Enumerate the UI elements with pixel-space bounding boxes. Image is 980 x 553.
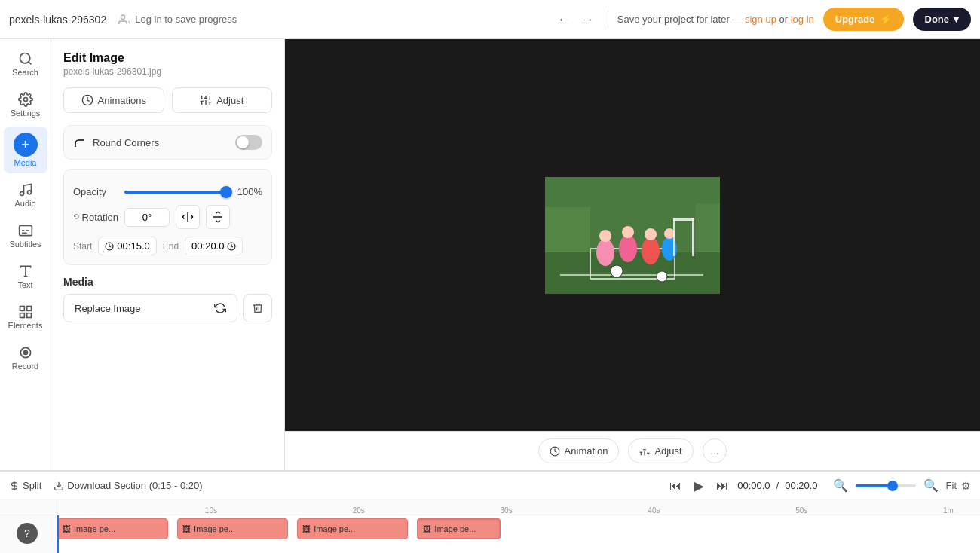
- track-item-active[interactable]: 🖼 Image pe...: [417, 518, 500, 539]
- delete-button[interactable]: [243, 294, 272, 322]
- timeline-settings-icon[interactable]: ⚙: [961, 480, 971, 492]
- animation-label: Animation: [565, 445, 608, 457]
- start-time-icon: [105, 242, 114, 251]
- trash-icon: [252, 302, 264, 314]
- text-icon: [18, 264, 33, 279]
- main-content: Search Settings + Media Audio Subtitles …: [0, 39, 980, 470]
- ruler-spacer: [0, 500, 57, 515]
- sidebar-item-elements[interactable]: Elements: [4, 298, 47, 336]
- split-icon: [9, 481, 20, 491]
- subtitles-icon: [18, 223, 33, 238]
- track-item[interactable]: 🖼 Image pe...: [297, 518, 408, 539]
- timeline-body: 10s 20s 30s 40s 50s 1m 🖼 Image pe... 🖼 I…: [0, 500, 980, 553]
- svg-point-4: [20, 192, 23, 196]
- track-item[interactable]: 🖼 Image pe...: [177, 518, 288, 539]
- zoom-slider[interactable]: [856, 484, 916, 487]
- help-button[interactable]: ?: [17, 523, 38, 544]
- canvas-area: Animation Adjust ...: [285, 39, 980, 470]
- svg-line-2: [28, 62, 31, 65]
- upgrade-button[interactable]: Upgrade ⚡: [823, 8, 904, 31]
- play-button[interactable]: ▶: [691, 475, 707, 497]
- log-in-link[interactable]: log in: [791, 14, 814, 25]
- end-time-icon: [227, 242, 236, 251]
- save-project-text: Save your project for later — sign up or…: [617, 14, 814, 25]
- opacity-slider[interactable]: [124, 191, 229, 194]
- track-item[interactable]: 🖼 Image pe...: [57, 518, 168, 539]
- sidebar-item-text[interactable]: Text: [4, 258, 47, 295]
- done-label: Done: [925, 14, 950, 25]
- more-options-button[interactable]: ...: [703, 438, 727, 463]
- end-input[interactable]: 00:20.0: [185, 237, 243, 255]
- track-item-icon: 🖼: [63, 524, 71, 533]
- flip-horizontal-button[interactable]: [176, 205, 200, 229]
- svg-rect-46: [673, 218, 694, 221]
- topbar-divider: [608, 11, 608, 29]
- edit-panel: Edit Image pexels-lukas-296301.jpg Anima…: [51, 39, 285, 470]
- flip-vertical-button[interactable]: [206, 205, 230, 229]
- skip-back-button[interactable]: ⏮: [666, 476, 684, 496]
- animation-icon: [550, 446, 560, 457]
- end-label: End: [163, 241, 179, 252]
- svg-point-43: [657, 271, 667, 282]
- tab-row: Animations Adjust: [63, 87, 272, 113]
- no-save-icon: [118, 14, 130, 26]
- sidebar-item-subtitles[interactable]: Subtitles: [4, 217, 47, 255]
- zoom-in-button[interactable]: 🔍: [920, 475, 942, 496]
- fit-button[interactable]: Fit: [946, 480, 957, 491]
- track-item-label: Image pe...: [194, 524, 235, 533]
- start-value: 00:15.0: [117, 240, 149, 252]
- download-section-action[interactable]: Download Section (0:15 - 0:20): [54, 480, 202, 491]
- svg-point-0: [121, 15, 125, 19]
- audio-icon: [18, 182, 33, 197]
- sidebar-item-audio[interactable]: Audio: [4, 176, 47, 214]
- rotation-label: Rotation: [73, 212, 118, 223]
- zoom-out-button[interactable]: 🔍: [830, 475, 851, 496]
- sidebar-item-settings[interactable]: Settings: [4, 86, 47, 124]
- done-button[interactable]: Done ▾: [913, 8, 972, 31]
- timeline-cursor: [57, 515, 59, 553]
- record-icon: [18, 345, 33, 360]
- undo-button[interactable]: ←: [553, 8, 574, 31]
- rotation-icon: [73, 212, 79, 222]
- redo-button[interactable]: →: [577, 8, 599, 31]
- ruler-and-tracks: 10s 20s 30s 40s 50s 1m 🖼 Image pe... 🖼 I…: [57, 500, 980, 553]
- track-item-label: Image pe...: [314, 524, 355, 533]
- sign-up-link[interactable]: sign up: [745, 14, 776, 25]
- tab-animations[interactable]: Animations: [63, 87, 164, 113]
- adjust-icon: [200, 94, 212, 106]
- edit-panel-subtitle: pexels-lukas-296301.jpg: [63, 66, 272, 77]
- sidebar-settings-label: Settings: [11, 108, 41, 118]
- start-input[interactable]: 00:15.0: [98, 237, 156, 255]
- replace-image-button[interactable]: Replace Image: [63, 294, 237, 322]
- sidebar-item-media[interactable]: + Media: [4, 127, 47, 173]
- done-chevron-icon: ▾: [954, 14, 959, 25]
- animation-button[interactable]: Animation: [538, 438, 620, 463]
- sidebar-item-record[interactable]: Record: [4, 339, 47, 377]
- topbar-filename: pexels-lukas-296302: [9, 14, 106, 26]
- sidebar-item-search[interactable]: Search: [4, 45, 47, 83]
- round-corners-section: Round Corners: [63, 125, 272, 160]
- edit-panel-title: Edit Image: [63, 51, 272, 65]
- split-action[interactable]: Split: [9, 480, 41, 491]
- skip-forward-button[interactable]: ⏭: [713, 476, 731, 496]
- svg-point-34: [596, 239, 614, 266]
- opacity-row: Opacity 100%: [73, 186, 262, 197]
- svg-point-38: [642, 237, 660, 264]
- search-icon: [18, 51, 33, 66]
- tab-adjust[interactable]: Adjust: [172, 87, 273, 113]
- download-section-label: Download Section (0:15 - 0:20): [67, 480, 202, 491]
- soccer-svg: [545, 177, 720, 294]
- animations-icon: [81, 94, 93, 106]
- timeline-header: Split Download Section (0:15 - 0:20) ⏮ ▶…: [0, 472, 980, 500]
- flip-horizontal-icon: [182, 211, 194, 223]
- track-item-label: Image pe...: [434, 524, 476, 533]
- rotation-input[interactable]: [124, 208, 170, 227]
- opacity-fill: [124, 191, 229, 194]
- canvas-adjust-button[interactable]: Adjust: [628, 438, 693, 463]
- upgrade-label: Upgrade: [835, 14, 875, 25]
- svg-point-17: [23, 351, 27, 355]
- svg-rect-12: [20, 307, 24, 311]
- sidebar-text-label: Text: [17, 280, 32, 289]
- round-corners-toggle[interactable]: [235, 135, 262, 150]
- help-icon: ?: [24, 527, 30, 539]
